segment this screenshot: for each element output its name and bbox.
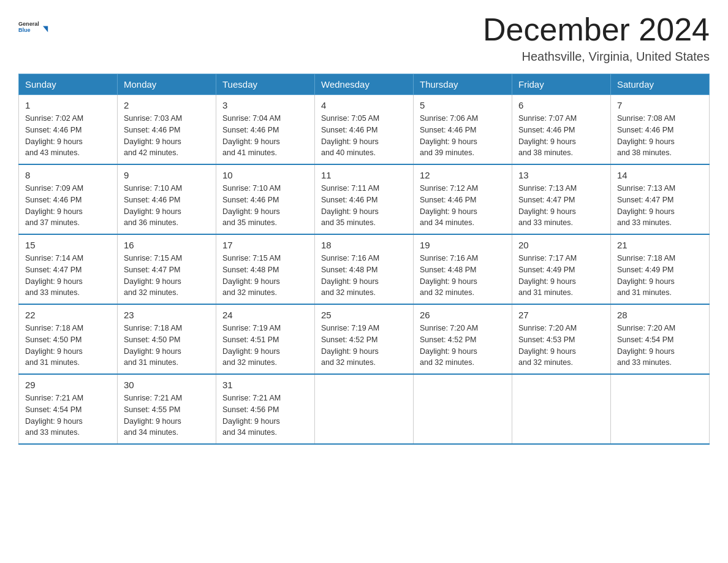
calendar-cell — [512, 374, 611, 444]
day-number: 25 — [321, 310, 407, 320]
calendar-cell: 3 Sunrise: 7:04 AM Sunset: 4:46 PM Dayli… — [216, 95, 315, 165]
calendar-cell: 13 Sunrise: 7:13 AM Sunset: 4:47 PM Dayl… — [512, 164, 611, 234]
weekday-header-row: SundayMondayTuesdayWednesdayThursdayFrid… — [19, 74, 710, 95]
calendar-cell: 2 Sunrise: 7:03 AM Sunset: 4:46 PM Dayli… — [118, 95, 216, 165]
calendar-cell: 22 Sunrise: 7:18 AM Sunset: 4:50 PM Dayl… — [19, 304, 118, 374]
calendar-cell: 28 Sunrise: 7:20 AM Sunset: 4:54 PM Dayl… — [611, 304, 710, 374]
day-number: 21 — [617, 240, 703, 250]
day-info: Sunrise: 7:13 AM Sunset: 4:47 PM Dayligh… — [617, 183, 703, 229]
day-info: Sunrise: 7:15 AM Sunset: 4:48 PM Dayligh… — [222, 253, 308, 299]
day-info: Sunrise: 7:12 AM Sunset: 4:46 PM Dayligh… — [420, 183, 506, 229]
day-number: 13 — [518, 170, 604, 180]
week-row-2: 8 Sunrise: 7:09 AM Sunset: 4:46 PM Dayli… — [19, 164, 710, 234]
day-number: 31 — [222, 380, 308, 390]
day-number: 19 — [420, 240, 506, 250]
calendar-cell: 17 Sunrise: 7:15 AM Sunset: 4:48 PM Dayl… — [216, 234, 315, 304]
day-number: 29 — [25, 380, 111, 390]
day-info: Sunrise: 7:18 AM Sunset: 4:49 PM Dayligh… — [617, 253, 703, 299]
calendar-cell: 19 Sunrise: 7:16 AM Sunset: 4:48 PM Dayl… — [414, 234, 512, 304]
week-row-3: 15 Sunrise: 7:14 AM Sunset: 4:47 PM Dayl… — [19, 234, 710, 304]
calendar-cell: 29 Sunrise: 7:21 AM Sunset: 4:54 PM Dayl… — [19, 374, 118, 444]
day-info: Sunrise: 7:07 AM Sunset: 4:46 PM Dayligh… — [518, 113, 604, 159]
week-row-4: 22 Sunrise: 7:18 AM Sunset: 4:50 PM Dayl… — [19, 304, 710, 374]
day-number: 11 — [321, 170, 407, 180]
day-number: 2 — [124, 100, 210, 110]
logo-container: General Blue — [18, 12, 49, 40]
month-title: December 2024 — [483, 12, 710, 47]
day-info: Sunrise: 7:17 AM Sunset: 4:49 PM Dayligh… — [518, 253, 604, 299]
calendar-cell: 16 Sunrise: 7:15 AM Sunset: 4:47 PM Dayl… — [118, 234, 216, 304]
day-info: Sunrise: 7:20 AM Sunset: 4:53 PM Dayligh… — [518, 323, 604, 369]
day-info: Sunrise: 7:10 AM Sunset: 4:46 PM Dayligh… — [124, 183, 210, 229]
day-number: 3 — [222, 100, 308, 110]
day-number: 24 — [222, 310, 308, 320]
weekday-header-tuesday: Tuesday — [216, 74, 315, 95]
day-info: Sunrise: 7:18 AM Sunset: 4:50 PM Dayligh… — [124, 323, 210, 369]
day-number: 27 — [518, 310, 604, 320]
day-info: Sunrise: 7:19 AM Sunset: 4:52 PM Dayligh… — [321, 323, 407, 369]
day-info: Sunrise: 7:11 AM Sunset: 4:46 PM Dayligh… — [321, 183, 407, 229]
day-info: Sunrise: 7:09 AM Sunset: 4:46 PM Dayligh… — [25, 183, 111, 229]
calendar-cell: 5 Sunrise: 7:06 AM Sunset: 4:46 PM Dayli… — [414, 95, 512, 165]
weekday-header-monday: Monday — [118, 74, 216, 95]
calendar-cell: 12 Sunrise: 7:12 AM Sunset: 4:46 PM Dayl… — [414, 164, 512, 234]
day-info: Sunrise: 7:21 AM Sunset: 4:54 PM Dayligh… — [25, 393, 111, 439]
weekday-header-thursday: Thursday — [414, 74, 512, 95]
calendar-cell — [414, 374, 512, 444]
day-info: Sunrise: 7:16 AM Sunset: 4:48 PM Dayligh… — [321, 253, 407, 299]
calendar-cell: 25 Sunrise: 7:19 AM Sunset: 4:52 PM Dayl… — [315, 304, 414, 374]
calendar-cell: 8 Sunrise: 7:09 AM Sunset: 4:46 PM Dayli… — [19, 164, 118, 234]
day-number: 16 — [124, 240, 210, 250]
calendar-cell: 9 Sunrise: 7:10 AM Sunset: 4:46 PM Dayli… — [118, 164, 216, 234]
day-info: Sunrise: 7:03 AM Sunset: 4:46 PM Dayligh… — [124, 113, 210, 159]
day-number: 20 — [518, 240, 604, 250]
week-row-1: 1 Sunrise: 7:02 AM Sunset: 4:46 PM Dayli… — [19, 95, 710, 165]
day-number: 8 — [25, 170, 111, 180]
svg-marker-1 — [43, 26, 48, 33]
calendar-cell: 27 Sunrise: 7:20 AM Sunset: 4:53 PM Dayl… — [512, 304, 611, 374]
calendar-cell: 6 Sunrise: 7:07 AM Sunset: 4:46 PM Dayli… — [512, 95, 611, 165]
week-row-5: 29 Sunrise: 7:21 AM Sunset: 4:54 PM Dayl… — [19, 374, 710, 444]
day-number: 28 — [617, 310, 703, 320]
day-number: 7 — [617, 100, 703, 110]
day-info: Sunrise: 7:19 AM Sunset: 4:51 PM Dayligh… — [222, 323, 308, 369]
calendar-cell: 31 Sunrise: 7:21 AM Sunset: 4:56 PM Dayl… — [216, 374, 315, 444]
calendar-cell — [315, 374, 414, 444]
day-number: 9 — [124, 170, 210, 180]
day-info: Sunrise: 7:02 AM Sunset: 4:46 PM Dayligh… — [25, 113, 111, 159]
calendar-cell: 1 Sunrise: 7:02 AM Sunset: 4:46 PM Dayli… — [19, 95, 118, 165]
location: Heathsville, Virginia, United States — [483, 50, 710, 64]
calendar-cell: 23 Sunrise: 7:18 AM Sunset: 4:50 PM Dayl… — [118, 304, 216, 374]
day-number: 18 — [321, 240, 407, 250]
day-number: 4 — [321, 100, 407, 110]
day-info: Sunrise: 7:14 AM Sunset: 4:47 PM Dayligh… — [25, 253, 111, 299]
day-number: 17 — [222, 240, 308, 250]
weekday-header-friday: Friday — [512, 74, 611, 95]
day-info: Sunrise: 7:06 AM Sunset: 4:46 PM Dayligh… — [420, 113, 506, 159]
weekday-header-sunday: Sunday — [19, 74, 118, 95]
day-info: Sunrise: 7:13 AM Sunset: 4:47 PM Dayligh… — [518, 183, 604, 229]
calendar-cell: 11 Sunrise: 7:11 AM Sunset: 4:46 PM Dayl… — [315, 164, 414, 234]
day-info: Sunrise: 7:21 AM Sunset: 4:55 PM Dayligh… — [124, 393, 210, 439]
page-header: General Blue December 2024 Heathsville, … — [18, 12, 710, 64]
weekday-header-wednesday: Wednesday — [315, 74, 414, 95]
day-info: Sunrise: 7:20 AM Sunset: 4:52 PM Dayligh… — [420, 323, 506, 369]
day-info: Sunrise: 7:10 AM Sunset: 4:46 PM Dayligh… — [222, 183, 308, 229]
day-number: 5 — [420, 100, 506, 110]
calendar-cell — [611, 374, 710, 444]
day-number: 1 — [25, 100, 111, 110]
title-area: December 2024 Heathsville, Virginia, Uni… — [483, 12, 710, 64]
day-info: Sunrise: 7:15 AM Sunset: 4:47 PM Dayligh… — [124, 253, 210, 299]
day-info: Sunrise: 7:21 AM Sunset: 4:56 PM Dayligh… — [222, 393, 308, 439]
calendar-cell: 4 Sunrise: 7:05 AM Sunset: 4:46 PM Dayli… — [315, 95, 414, 165]
day-info: Sunrise: 7:20 AM Sunset: 4:54 PM Dayligh… — [617, 323, 703, 369]
calendar-table: SundayMondayTuesdayWednesdayThursdayFrid… — [18, 74, 710, 445]
day-number: 30 — [124, 380, 210, 390]
day-info: Sunrise: 7:08 AM Sunset: 4:46 PM Dayligh… — [617, 113, 703, 159]
calendar-cell: 15 Sunrise: 7:14 AM Sunset: 4:47 PM Dayl… — [19, 234, 118, 304]
calendar-cell: 18 Sunrise: 7:16 AM Sunset: 4:48 PM Dayl… — [315, 234, 414, 304]
day-number: 26 — [420, 310, 506, 320]
day-number: 10 — [222, 170, 308, 180]
calendar-cell: 14 Sunrise: 7:13 AM Sunset: 4:47 PM Dayl… — [611, 164, 710, 234]
calendar-cell: 7 Sunrise: 7:08 AM Sunset: 4:46 PM Dayli… — [611, 95, 710, 165]
